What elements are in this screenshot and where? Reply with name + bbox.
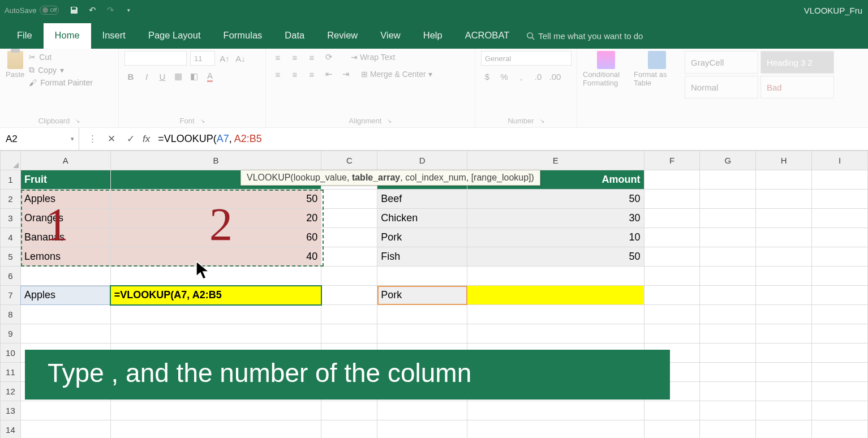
decrease-font-icon[interactable]: A↓: [234, 52, 247, 65]
cell-H11[interactable]: [756, 363, 812, 382]
comma-format-icon[interactable]: ,: [515, 70, 527, 83]
cell-B7[interactable]: =VLOOKUP(A7, A2:B5: [110, 286, 321, 305]
col-header-H[interactable]: H: [756, 151, 812, 170]
cell-F9[interactable]: [644, 324, 700, 343]
cell-G6[interactable]: [700, 267, 756, 286]
row-header-3[interactable]: 3: [1, 209, 21, 228]
col-header-A[interactable]: A: [20, 151, 110, 170]
paste-button[interactable]: Paste: [6, 51, 24, 89]
cell-G1[interactable]: [700, 170, 756, 190]
cell-A9[interactable]: [20, 324, 110, 343]
cell-H10[interactable]: [756, 343, 812, 363]
cell-B8[interactable]: [110, 305, 321, 324]
row-header-13[interactable]: 13: [1, 401, 21, 420]
cell-G9[interactable]: [700, 324, 756, 343]
align-right-icon[interactable]: ≡: [306, 68, 318, 80]
cell-A4[interactable]: Bananas: [20, 228, 110, 247]
row-header-5[interactable]: 5: [1, 247, 21, 267]
cell-H9[interactable]: [756, 324, 812, 343]
formula-dropdown-icon[interactable]: ⋮: [83, 133, 102, 145]
tab-file[interactable]: File: [6, 23, 44, 49]
col-header-B[interactable]: B: [110, 151, 321, 170]
cell-F8[interactable]: [644, 305, 700, 324]
border-button[interactable]: ▦: [172, 70, 184, 83]
row-header-12[interactable]: 12: [1, 382, 21, 401]
increase-decimal-icon[interactable]: .0: [532, 70, 544, 83]
save-icon[interactable]: [69, 5, 79, 15]
tell-me-search[interactable]: Tell me what you want to do: [521, 24, 648, 49]
cell-H1[interactable]: [756, 170, 812, 190]
tab-home[interactable]: Home: [44, 23, 91, 49]
cell-I4[interactable]: [812, 228, 868, 247]
cell-I11[interactable]: [812, 363, 868, 382]
tab-review[interactable]: Review: [316, 23, 369, 49]
cell-I13[interactable]: [812, 401, 868, 420]
cell-C13[interactable]: [321, 401, 377, 420]
cell-I9[interactable]: [812, 324, 868, 343]
cell-G3[interactable]: [700, 209, 756, 228]
tab-acrobat[interactable]: ACROBAT: [454, 23, 521, 49]
cell-A5[interactable]: Lemons: [20, 247, 110, 267]
row-header-2[interactable]: 2: [1, 190, 21, 209]
tab-data[interactable]: Data: [273, 23, 316, 49]
cell-H6[interactable]: [756, 267, 812, 286]
cell-E14[interactable]: [467, 420, 644, 439]
percent-format-icon[interactable]: %: [498, 70, 510, 83]
cell-A3[interactable]: Oranges: [20, 209, 110, 228]
tab-page-layout[interactable]: Page Layout: [137, 23, 212, 49]
accounting-format-icon[interactable]: $: [481, 70, 493, 83]
align-middle-icon[interactable]: ≡: [289, 51, 301, 63]
cell-B3[interactable]: 20: [110, 209, 321, 228]
cell-I8[interactable]: [812, 305, 868, 324]
tab-insert[interactable]: Insert: [91, 23, 137, 49]
row-header-7[interactable]: 7: [1, 286, 21, 305]
align-center-icon[interactable]: ≡: [289, 68, 301, 80]
cell-H12[interactable]: [756, 382, 812, 401]
copy-button[interactable]: ⧉ Copy ▾: [29, 63, 93, 76]
qat-customize-icon[interactable]: ▾: [123, 5, 134, 15]
cell-E4[interactable]: 10: [467, 228, 644, 247]
cell-F2[interactable]: [644, 190, 700, 209]
cell-E5[interactable]: 50: [467, 247, 644, 267]
cell-H8[interactable]: [756, 305, 812, 324]
cell-F14[interactable]: [644, 420, 700, 439]
cell-F7[interactable]: [644, 286, 700, 305]
cell-H5[interactable]: [756, 247, 812, 267]
increase-font-icon[interactable]: A↑: [218, 52, 231, 65]
merge-center-button[interactable]: ⊞ Merge & Center ▾: [361, 70, 432, 79]
cell-A14[interactable]: [20, 420, 110, 439]
select-all-corner[interactable]: [1, 151, 21, 170]
cell-H7[interactable]: [756, 286, 812, 305]
row-header-14[interactable]: 14: [1, 420, 21, 439]
cell-H14[interactable]: [756, 420, 812, 439]
cell-I6[interactable]: [812, 267, 868, 286]
cell-F6[interactable]: [644, 267, 700, 286]
cancel-formula-icon[interactable]: ✕: [102, 133, 121, 145]
cell-C5[interactable]: [321, 247, 377, 267]
cell-H2[interactable]: [756, 190, 812, 209]
cell-A8[interactable]: [20, 305, 110, 324]
cell-I12[interactable]: [812, 382, 868, 401]
cell-F13[interactable]: [644, 401, 700, 420]
tab-formulas[interactable]: Formulas: [212, 23, 274, 49]
tab-view[interactable]: View: [369, 23, 411, 49]
format-painter-button[interactable]: 🖌 Format Painter: [29, 76, 93, 89]
cell-D6[interactable]: [377, 267, 467, 286]
style-graycell[interactable]: GrayCell: [685, 51, 758, 74]
cell-A1[interactable]: Fruit: [20, 170, 110, 190]
cell-I3[interactable]: [812, 209, 868, 228]
cell-G12[interactable]: [700, 382, 756, 401]
cell-C7[interactable]: [321, 286, 377, 305]
style-normal[interactable]: Normal: [685, 76, 758, 98]
row-header-8[interactable]: 8: [1, 305, 21, 324]
cell-I2[interactable]: [812, 190, 868, 209]
redo-icon[interactable]: ↷: [105, 5, 115, 15]
row-header-9[interactable]: 9: [1, 324, 21, 343]
cell-E3[interactable]: 30: [467, 209, 644, 228]
col-header-E[interactable]: E: [467, 151, 644, 170]
cell-I1[interactable]: [812, 170, 868, 190]
fx-icon[interactable]: fx: [143, 134, 150, 145]
cell-E7[interactable]: [467, 286, 644, 305]
cell-E8[interactable]: [467, 305, 644, 324]
cell-D9[interactable]: [377, 324, 467, 343]
